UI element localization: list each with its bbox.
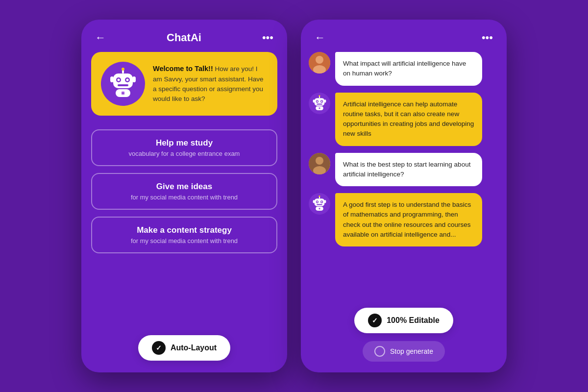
svg-rect-28	[324, 99, 326, 102]
left-back-arrow[interactable]: ←	[95, 31, 106, 44]
msg-bubble-3: A good first step is to understand the b…	[335, 193, 482, 246]
welcome-text: Welcome to Talk!! How are you! I am Savv…	[153, 64, 268, 104]
svg-point-42	[319, 208, 320, 209]
bot-avatar-1	[309, 93, 330, 114]
svg-rect-21	[317, 103, 322, 104]
stop-bar: Stop generate	[301, 341, 507, 362]
suggestion-subtitle-2: for my social media content with trend	[102, 237, 267, 245]
svg-point-7	[122, 68, 124, 71]
msg-row-3: A good first step is to understand the b…	[309, 193, 499, 246]
suggestion-title-2: Make a content strategy	[102, 225, 267, 235]
chat-messages: What impact will artificial intelligence…	[301, 52, 507, 246]
stop-circle-icon	[374, 346, 385, 357]
msg-row-2: What is the best step to start learning …	[309, 153, 499, 187]
suggestion-card-2[interactable]: Make a content strategy for my social me…	[91, 217, 277, 253]
svg-point-10	[122, 92, 124, 94]
editable-label: 100% Editable	[387, 316, 440, 325]
svg-point-36	[321, 201, 322, 203]
right-back-arrow[interactable]: ←	[315, 31, 325, 44]
auto-layout-badge: ✓ Auto-Layout	[138, 335, 230, 361]
right-badge-bar: ✓ 100% Editable	[301, 308, 507, 333]
svg-rect-27	[313, 99, 315, 102]
svg-rect-11	[110, 76, 114, 82]
suggestion-card-1[interactable]: Give me ideas for my social media conten…	[91, 173, 277, 210]
suggestion-subtitle-1: for my social media content with trend	[102, 194, 267, 201]
svg-point-30	[316, 157, 323, 165]
left-phone: ← ChatAi •••	[81, 20, 287, 372]
msg-bubble-0: What impact will artificial intelligence…	[335, 52, 482, 86]
svg-point-35	[317, 201, 318, 203]
msg-row-0: What impact will artificial intelligence…	[309, 52, 499, 86]
left-more-icon[interactable]: •••	[262, 32, 273, 43]
svg-point-4	[126, 79, 129, 81]
svg-point-3	[118, 79, 120, 81]
editable-badge: ✓ 100% Editable	[354, 308, 453, 333]
msg-row-1: Artificial intelligence can help automat…	[309, 93, 499, 146]
svg-point-39	[318, 196, 320, 197]
suggestion-title-1: Give me ideas	[102, 182, 267, 192]
bot-avatar-3	[309, 193, 330, 215]
svg-rect-5	[118, 84, 128, 86]
check-icon: ✓	[152, 341, 166, 355]
left-badge-bar: ✓ Auto-Layout	[81, 335, 287, 361]
svg-rect-12	[132, 76, 136, 82]
robot-icon	[106, 67, 140, 101]
welcome-bold: Welcome to Talk!!	[153, 65, 213, 73]
svg-rect-37	[317, 204, 322, 205]
svg-point-14	[316, 56, 323, 64]
robot-avatar	[101, 62, 145, 106]
suggestion-subtitle-0: vocabulary for a college entrance exam	[102, 150, 267, 157]
svg-rect-44	[324, 200, 326, 203]
welcome-card: Welcome to Talk!! How are you! I am Savv…	[91, 52, 277, 116]
stop-generate-button[interactable]: Stop generate	[363, 341, 445, 362]
svg-point-23	[318, 95, 320, 97]
svg-point-26	[319, 107, 320, 108]
suggestion-title-0: Help me study	[102, 138, 267, 148]
svg-rect-43	[313, 200, 315, 203]
svg-point-20	[321, 100, 322, 102]
left-header-title: ChatAi	[167, 31, 201, 44]
msg-bubble-1: Artificial intelligence can help automat…	[335, 93, 482, 146]
right-phone: ← ••• What impact will artificial intell…	[301, 20, 507, 372]
svg-point-19	[317, 100, 318, 102]
right-header: ← •••	[301, 20, 507, 52]
check-icon-right: ✓	[368, 314, 382, 327]
msg-bubble-2: What is the best step to start learning …	[335, 153, 482, 187]
screens-container: ← ChatAi •••	[81, 20, 507, 372]
suggestions-list: Help me study vocabulary for a college e…	[81, 125, 287, 257]
user-avatar-2	[309, 153, 330, 174]
stop-generate-label: Stop generate	[390, 347, 433, 355]
suggestion-card-0[interactable]: Help me study vocabulary for a college e…	[91, 129, 277, 166]
user-avatar-0	[309, 52, 330, 74]
auto-layout-label: Auto-Layout	[171, 343, 217, 352]
right-more-icon[interactable]: •••	[482, 32, 493, 43]
left-header: ← ChatAi •••	[81, 20, 287, 52]
